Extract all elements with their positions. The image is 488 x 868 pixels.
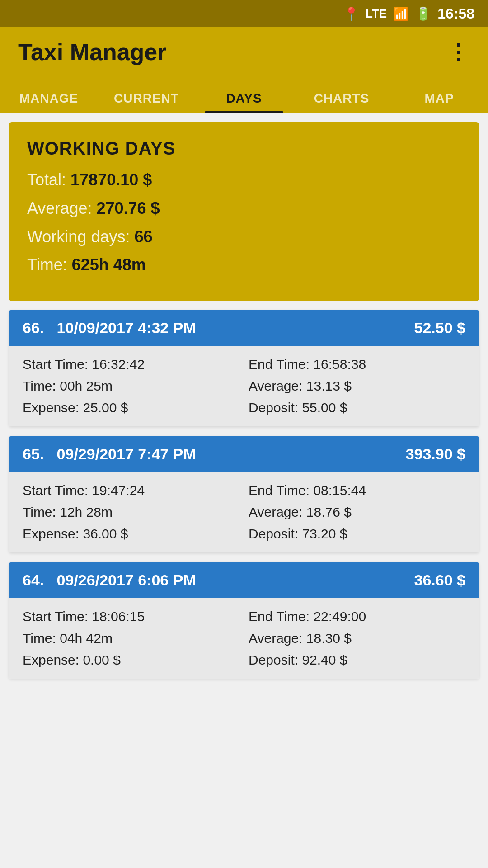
day-expense: Expense: 0.00 $ [23,652,239,668]
day-deposit: Deposit: 92.40 $ [249,652,465,668]
summary-title: WORKING DAYS [27,138,461,159]
day-deposit: Deposit: 55.00 $ [249,400,465,415]
day-average: Average: 13.13 $ [249,378,465,394]
day-start-time: Start Time: 19:47:24 [23,483,239,498]
day-time: Time: 04h 42m [23,631,239,646]
summary-total: Total: 17870.10 $ [27,170,461,191]
day-expense: Expense: 36.00 $ [23,526,239,542]
tab-manage[interactable]: MANAGE [0,91,98,113]
day-number-date: 65. 09/29/2017 7:47 PM [23,445,196,463]
day-expense: Expense: 25.00 $ [23,400,239,415]
day-start-time: Start Time: 18:06:15 [23,609,239,624]
day-start-time: Start Time: 16:32:42 [23,357,239,372]
day-header: 64. 09/26/2017 6:06 PM 36.60 $ [9,562,479,598]
status-time: 16:58 [437,5,474,22]
location-icon: 📍 [343,6,359,21]
day-end-time: End Time: 22:49:00 [249,609,465,624]
tab-charts[interactable]: CHARTS [293,91,390,113]
status-icons: 📍 LTE 📶 🔋 16:58 [343,5,474,22]
day-card[interactable]: 65. 09/29/2017 7:47 PM 393.90 $ Start Ti… [9,436,479,552]
summary-time: Time: 625h 48m [27,255,461,276]
tab-current[interactable]: CURRENT [98,91,195,113]
tab-bar: MANAGE CURRENT DAYS CHARTS MAP [0,77,488,113]
day-average: Average: 18.76 $ [249,505,465,520]
tab-map[interactable]: MAP [390,91,488,113]
day-body: Start Time: 19:47:24 End Time: 08:15:44 … [9,472,479,552]
day-average: Average: 18.30 $ [249,631,465,646]
day-total: 393.90 $ [406,445,465,463]
app-bar: Taxi Manager ⋮ [0,27,488,77]
lte-icon: LTE [366,7,387,21]
day-cards-list: 66. 10/09/2017 4:32 PM 52.50 $ Start Tim… [0,310,488,679]
tab-days[interactable]: DAYS [195,91,293,113]
app-title: Taxi Manager [18,38,166,66]
day-end-time: End Time: 16:58:38 [249,357,465,372]
day-total: 52.50 $ [414,319,465,337]
day-time: Time: 12h 28m [23,505,239,520]
day-card[interactable]: 64. 09/26/2017 6:06 PM 36.60 $ Start Tim… [9,562,479,679]
day-body: Start Time: 18:06:15 End Time: 22:49:00 … [9,598,479,679]
day-time: Time: 00h 25m [23,378,239,394]
day-header: 66. 10/09/2017 4:32 PM 52.50 $ [9,310,479,346]
day-number-date: 64. 09/26/2017 6:06 PM [23,571,196,589]
summary-average: Average: 270.76 $ [27,198,461,219]
summary-card: WORKING DAYS Total: 17870.10 $ Average: … [9,122,479,301]
day-body: Start Time: 16:32:42 End Time: 16:58:38 … [9,346,479,426]
status-bar: 📍 LTE 📶 🔋 16:58 [0,0,488,27]
day-card[interactable]: 66. 10/09/2017 4:32 PM 52.50 $ Start Tim… [9,310,479,426]
overflow-menu-button[interactable]: ⋮ [447,39,470,65]
summary-working-days: Working days: 66 [27,226,461,248]
day-end-time: End Time: 08:15:44 [249,483,465,498]
day-total: 36.60 $ [414,571,465,589]
day-deposit: Deposit: 73.20 $ [249,526,465,542]
signal-icon: 📶 [393,6,409,21]
battery-icon: 🔋 [415,6,431,21]
day-header: 65. 09/29/2017 7:47 PM 393.90 $ [9,436,479,472]
day-number-date: 66. 10/09/2017 4:32 PM [23,319,196,337]
